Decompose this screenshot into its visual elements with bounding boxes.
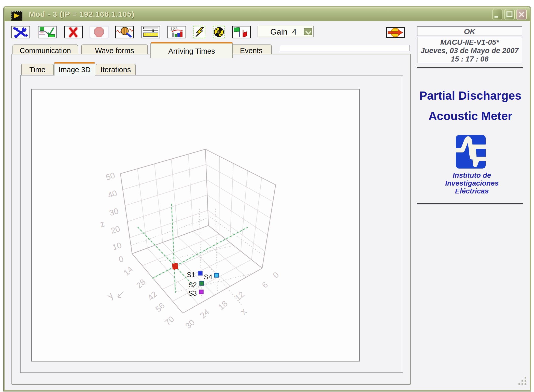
svg-text:50: 50: [105, 171, 116, 182]
svg-text:S4: S4: [204, 273, 212, 281]
svg-text:28: 28: [134, 277, 147, 290]
svg-text:10: 10: [111, 240, 123, 252]
svg-text:123...: 123...: [170, 27, 181, 32]
svg-text:14: 14: [122, 265, 135, 278]
svg-text:0: 0: [271, 270, 280, 280]
svg-text:S3: S3: [188, 290, 197, 297]
svg-text:56: 56: [153, 301, 166, 314]
svg-text:0: 0: [118, 254, 125, 264]
svg-text:S2: S2: [188, 281, 197, 289]
svg-text:30: 30: [184, 318, 196, 331]
svg-text:18: 18: [216, 299, 229, 312]
svg-text:STOP: STOP: [95, 31, 102, 34]
svg-text:S1: S1: [187, 271, 195, 279]
svg-text:z: z: [98, 218, 106, 230]
svg-text:30: 30: [108, 206, 120, 218]
svg-text:40: 40: [107, 188, 118, 200]
svg-text:x: x: [238, 306, 249, 317]
svg-text:20: 20: [110, 224, 121, 235]
svg-text:12: 12: [233, 290, 246, 303]
svg-text:70: 70: [163, 314, 176, 327]
svg-text:24: 24: [198, 307, 211, 320]
svg-text:y: y: [105, 290, 115, 301]
svg-text:42: 42: [146, 290, 159, 303]
svg-text:6: 6: [260, 280, 270, 290]
